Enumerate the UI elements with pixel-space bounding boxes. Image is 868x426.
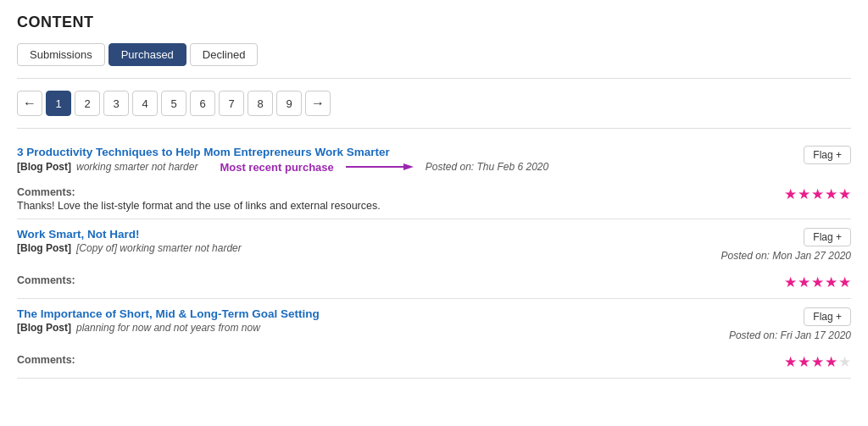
item-title-link[interactable]: 3 Productivity Techniques to Help Mom En…	[17, 146, 390, 158]
item-type: [Blog Post]	[17, 242, 71, 254]
item-title-link[interactable]: The Importance of Short, Mid & Long-Term…	[17, 307, 320, 320]
arrow-icon	[346, 160, 414, 174]
page-7-button[interactable]: 7	[219, 91, 244, 116]
comments-label: Comments:	[17, 186, 75, 198]
star-rating: ★ ★ ★ ★ ★	[784, 274, 851, 291]
star-rating: ★ ★ ★ ★ ★	[784, 353, 851, 371]
star-rating: ★ ★ ★ ★ ★	[784, 185, 851, 203]
flag-button[interactable]: Flag +	[804, 228, 851, 246]
star-5: ★	[838, 353, 851, 371]
star-4: ★	[825, 185, 837, 203]
star-3: ★	[811, 185, 824, 203]
content-list: 3 Productivity Techniques to Help Mom En…	[17, 137, 851, 379]
page-2-button[interactable]: 2	[75, 91, 100, 116]
comments-text: Thanks! Love the list-style format and t…	[17, 200, 424, 212]
tab-bar: Submissions Purchased Declined	[17, 43, 851, 79]
tab-purchased[interactable]: Purchased	[108, 43, 186, 66]
tab-submissions[interactable]: Submissions	[17, 43, 105, 66]
star-1: ★	[784, 185, 797, 203]
star-2: ★	[798, 353, 810, 371]
star-2: ★	[798, 185, 810, 203]
item-tag: [Copy of] working smarter not harder	[76, 242, 242, 254]
tab-declined[interactable]: Declined	[190, 43, 259, 66]
star-1: ★	[784, 353, 797, 371]
page-8-button[interactable]: 8	[248, 91, 273, 116]
list-item: 3 Productivity Techniques to Help Mom En…	[17, 137, 851, 219]
star-1: ★	[784, 274, 797, 291]
star-2: ★	[798, 274, 810, 291]
list-item: The Importance of Short, Mid & Long-Term…	[17, 299, 851, 379]
page-3-button[interactable]: 3	[103, 91, 129, 116]
star-4: ★	[825, 353, 837, 371]
item-tag: planning for now and not years from now	[76, 322, 260, 334]
most-recent-label: Most recent purchase	[220, 161, 333, 174]
item-type: [Blog Post]	[17, 161, 71, 173]
comments-label: Comments:	[17, 274, 75, 286]
page-title: CONTENT	[17, 14, 851, 31]
star-5: ★	[838, 185, 851, 203]
star-4: ★	[825, 274, 837, 291]
item-type: [Blog Post]	[17, 322, 71, 334]
star-3: ★	[811, 353, 824, 371]
list-item: Work Smart, Not Hard! [Blog Post] [Copy …	[17, 219, 851, 299]
svg-marker-1	[403, 163, 414, 170]
page-5-button[interactable]: 5	[161, 91, 186, 116]
page-1-button[interactable]: 1	[46, 91, 71, 116]
posted-date: Posted on: Mon Jan 27 2020	[721, 250, 851, 262]
star-3: ★	[811, 274, 824, 291]
pagination: ← 1 2 3 4 5 6 7 8 9 →	[17, 79, 851, 129]
flag-button[interactable]: Flag +	[804, 307, 851, 326]
next-page-button[interactable]: →	[305, 91, 331, 116]
prev-page-button[interactable]: ←	[17, 91, 42, 116]
page-4-button[interactable]: 4	[132, 91, 158, 116]
page-6-button[interactable]: 6	[190, 91, 215, 116]
page-9-button[interactable]: 9	[276, 91, 302, 116]
comments-label: Comments:	[17, 354, 75, 366]
posted-date: Posted on: Fri Jan 17 2020	[729, 329, 851, 341]
item-title-link[interactable]: Work Smart, Not Hard!	[17, 228, 140, 241]
star-5: ★	[838, 274, 851, 291]
item-tag: working smarter not harder	[76, 161, 198, 173]
posted-date: Posted on: Thu Feb 6 2020	[426, 161, 548, 173]
flag-button[interactable]: Flag +	[804, 146, 851, 164]
